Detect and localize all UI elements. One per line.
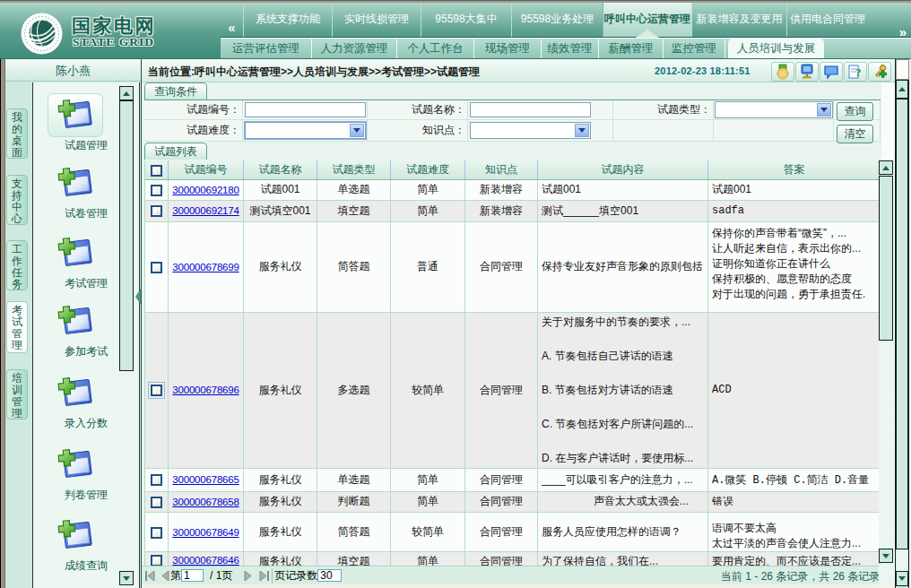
svg-text:?: ?	[855, 65, 862, 79]
